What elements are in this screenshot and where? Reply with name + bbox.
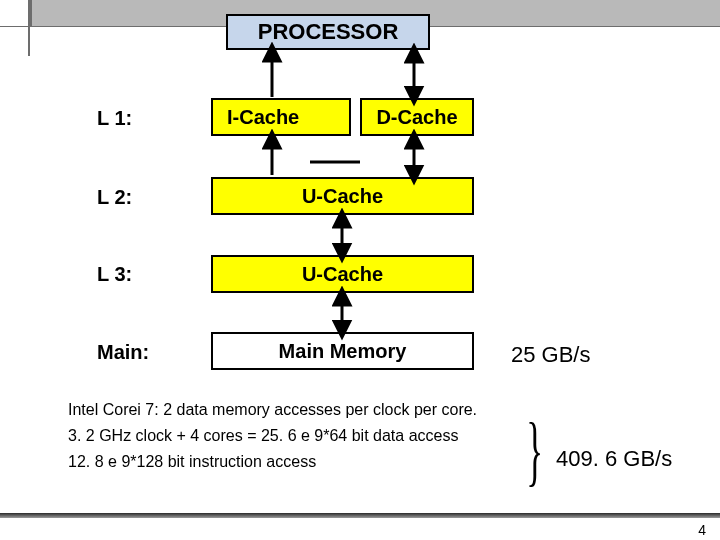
l3-ucache-box: U-Cache [211,255,474,293]
diagram-stage: PROCESSOR L 1: L 2: L 3: Main: I-Cache D… [0,0,720,540]
note-line2: 3. 2 GHz clock + 4 cores = 25. 6 e 9*64 … [68,424,458,448]
label-l3: L 3: [97,263,132,286]
processor-box: PROCESSOR [226,14,430,50]
bandwidth-main: 25 GB/s [511,342,590,368]
page-number: 4 [698,522,706,538]
note-line3: 12. 8 e 9*128 bit instruction access [68,450,316,474]
label-l2: L 2: [97,186,132,209]
brace-icon: } [526,412,543,490]
bandwidth-total: 409. 6 GB/s [556,446,672,472]
l2-ucache-box: U-Cache [211,177,474,215]
main-memory-box: Main Memory [211,332,474,370]
l1-icache-box: I-Cache [211,98,351,136]
bottom-bar [0,513,720,518]
label-l1: L 1: [97,107,132,130]
note-line1: Intel Corei 7: 2 data memory accesses pe… [68,398,477,422]
label-main: Main: [97,341,149,364]
l1-dcache-box: D-Cache [360,98,474,136]
